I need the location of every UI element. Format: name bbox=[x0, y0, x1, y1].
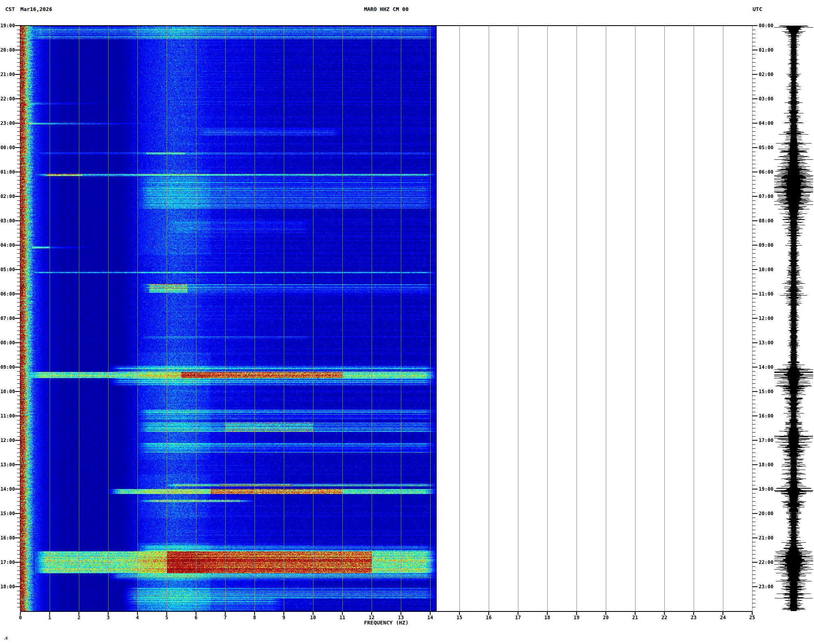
right-hour-tick bbox=[752, 489, 757, 490]
left-minor-tick bbox=[17, 205, 20, 205]
left-hour-tick bbox=[15, 489, 20, 490]
left-minor-tick bbox=[17, 70, 20, 71]
right-time-label: 23:00 bbox=[759, 583, 773, 590]
right-minor-tick bbox=[752, 497, 755, 498]
left-time-label: 22:00 bbox=[0, 96, 15, 102]
left-minor-tick bbox=[17, 526, 20, 526]
left-minor-tick bbox=[17, 192, 20, 193]
right-minor-tick bbox=[752, 290, 755, 290]
left-minor-tick bbox=[17, 107, 20, 107]
left-minor-tick bbox=[17, 314, 20, 315]
right-time-label: 10:00 bbox=[759, 266, 773, 273]
left-minor-tick bbox=[17, 326, 20, 327]
left-hour-tick bbox=[15, 25, 20, 26]
frequency-gridline bbox=[547, 26, 548, 611]
right-time-label: 09:00 bbox=[759, 242, 773, 248]
spectrogram-heatmap bbox=[20, 26, 437, 611]
right-time-label: 08:00 bbox=[759, 218, 773, 224]
right-minor-tick bbox=[752, 371, 755, 372]
left-minor-tick bbox=[17, 518, 20, 518]
left-minor-tick bbox=[17, 400, 20, 400]
left-minor-tick bbox=[17, 249, 20, 250]
right-minor-tick bbox=[752, 457, 755, 457]
left-minor-tick bbox=[17, 103, 20, 103]
left-minor-tick bbox=[17, 566, 20, 567]
left-minor-tick bbox=[17, 168, 20, 168]
right-minor-tick bbox=[752, 404, 755, 404]
left-minor-tick bbox=[17, 379, 20, 380]
right-minor-tick bbox=[752, 225, 755, 225]
left-time-label: 13:00 bbox=[0, 461, 15, 468]
right-minor-tick bbox=[752, 249, 755, 250]
frequency-gridline bbox=[723, 26, 723, 611]
left-minor-tick bbox=[17, 570, 20, 571]
left-hour-tick bbox=[15, 318, 20, 319]
right-minor-tick bbox=[752, 180, 755, 181]
right-minor-tick bbox=[752, 205, 755, 205]
right-minor-tick bbox=[752, 127, 755, 128]
left-minor-tick bbox=[17, 290, 20, 290]
left-time-label: 20:00 bbox=[0, 47, 15, 53]
left-minor-tick bbox=[17, 62, 20, 63]
right-minor-tick bbox=[752, 375, 755, 376]
right-minor-tick bbox=[752, 351, 755, 351]
right-time-label: 00:00 bbox=[759, 22, 773, 29]
left-minor-tick bbox=[17, 111, 20, 111]
left-minor-tick bbox=[17, 599, 20, 599]
right-minor-tick bbox=[752, 233, 755, 233]
frequency-gridline bbox=[489, 26, 489, 611]
right-minor-tick bbox=[752, 229, 755, 229]
left-minor-tick bbox=[17, 135, 20, 136]
left-minor-tick bbox=[17, 237, 20, 237]
left-hour-tick bbox=[15, 269, 20, 270]
right-minor-tick bbox=[752, 257, 755, 258]
right-minor-tick bbox=[752, 176, 755, 176]
right-hour-tick bbox=[752, 464, 757, 465]
left-minor-tick bbox=[17, 278, 20, 278]
left-minor-tick bbox=[17, 144, 20, 144]
left-minor-tick bbox=[17, 554, 20, 555]
right-minor-tick bbox=[752, 363, 755, 363]
left-hour-tick bbox=[15, 440, 20, 441]
right-time-label: 20:00 bbox=[759, 510, 773, 517]
right-minor-tick bbox=[752, 30, 755, 30]
left-minor-tick bbox=[17, 359, 20, 359]
left-minor-tick bbox=[17, 257, 20, 258]
right-minor-tick bbox=[752, 530, 755, 530]
left-minor-tick bbox=[17, 54, 20, 54]
left-minor-tick bbox=[17, 286, 20, 286]
right-minor-tick bbox=[752, 453, 755, 453]
left-minor-tick bbox=[17, 448, 20, 449]
left-minor-tick bbox=[17, 331, 20, 331]
left-minor-tick bbox=[17, 83, 20, 83]
left-minor-tick bbox=[17, 253, 20, 254]
left-minor-tick bbox=[17, 383, 20, 384]
left-minor-tick bbox=[17, 469, 20, 469]
left-minor-tick bbox=[17, 233, 20, 233]
right-minor-tick bbox=[752, 331, 755, 331]
right-minor-tick bbox=[752, 493, 755, 494]
right-minor-tick bbox=[752, 505, 755, 506]
left-hour-tick bbox=[15, 50, 20, 50]
left-minor-tick bbox=[17, 355, 20, 355]
right-minor-tick bbox=[752, 310, 755, 311]
right-minor-tick bbox=[752, 192, 755, 193]
left-hour-tick bbox=[15, 367, 20, 368]
right-hour-tick bbox=[752, 416, 757, 416]
left-hour-tick bbox=[15, 513, 20, 514]
right-minor-tick bbox=[752, 339, 755, 339]
left-minor-tick bbox=[17, 408, 20, 408]
right-hour-tick bbox=[752, 342, 757, 343]
right-hour-tick bbox=[752, 172, 757, 172]
left-hour-tick bbox=[15, 245, 20, 246]
left-minor-tick bbox=[17, 217, 20, 217]
left-minor-tick bbox=[17, 546, 20, 546]
left-minor-tick bbox=[17, 404, 20, 404]
right-minor-tick bbox=[752, 501, 755, 502]
left-time-label: 02:00 bbox=[0, 193, 15, 200]
left-hour-tick bbox=[15, 220, 20, 221]
right-minor-tick bbox=[752, 579, 755, 579]
right-time-label: 04:00 bbox=[759, 120, 773, 126]
right-minor-tick bbox=[752, 314, 755, 315]
right-minor-tick bbox=[752, 485, 755, 485]
